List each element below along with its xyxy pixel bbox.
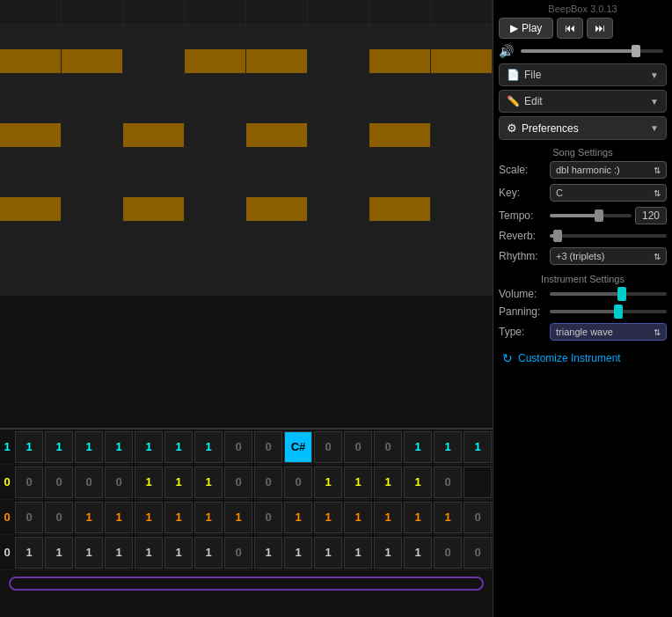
seq-cell[interactable]: 1 [284, 502, 312, 533]
track-cell[interactable] [185, 173, 246, 196]
track-cell[interactable] [431, 99, 493, 122]
track-cell[interactable] [0, 271, 62, 295]
track-cell[interactable] [308, 246, 369, 270]
seq-cell[interactable]: 0 [314, 431, 342, 463]
skip-forward-button[interactable]: ⏭ [587, 18, 613, 39]
track-cell[interactable] [246, 173, 308, 196]
track-cell[interactable] [308, 123, 369, 147]
track-cell[interactable] [431, 148, 493, 172]
seq-cell[interactable]: 1 [314, 537, 342, 569]
track-cell[interactable] [431, 0, 493, 24]
track-cell[interactable] [185, 99, 246, 122]
track-cell[interactable] [185, 74, 246, 98]
tempo-handle[interactable] [595, 209, 603, 222]
track-cell[interactable] [62, 246, 123, 270]
track-cell[interactable] [308, 0, 369, 24]
track-cell[interactable] [369, 246, 431, 270]
seq-cell[interactable]: 0 [224, 466, 252, 498]
seq-cell[interactable]: 1 [404, 537, 432, 569]
track-cell[interactable] [62, 173, 123, 196]
track-cell[interactable] [0, 148, 62, 172]
track-cell[interactable] [62, 197, 123, 221]
reverb-handle[interactable] [553, 230, 562, 242]
instrument-volume-handle[interactable] [617, 287, 626, 301]
track-cell[interactable] [369, 123, 431, 147]
track-cell[interactable] [369, 25, 431, 48]
track-cell[interactable] [308, 49, 369, 73]
track-cell[interactable] [431, 25, 493, 48]
track-cell[interactable] [123, 173, 185, 196]
seq-cell[interactable]: 1 [75, 502, 103, 533]
track-cell[interactable] [308, 148, 369, 172]
track-cell[interactable] [123, 148, 185, 172]
track-cell[interactable] [431, 246, 493, 270]
track-cell[interactable] [123, 271, 185, 295]
seq-cell[interactable]: 0 [105, 466, 133, 498]
seq-cell[interactable]: 0 [434, 537, 462, 569]
track-cell[interactable] [308, 173, 369, 196]
track-cell[interactable] [185, 271, 246, 295]
track-cell[interactable] [0, 197, 62, 221]
track-cell[interactable] [246, 148, 308, 172]
track-cell[interactable] [369, 49, 431, 73]
track-cell[interactable] [185, 49, 246, 73]
seq-cell[interactable]: 1 [75, 431, 103, 463]
track-cell[interactable] [0, 173, 62, 196]
seq-cell[interactable]: 1 [374, 502, 402, 533]
track-cell[interactable] [246, 25, 308, 48]
instrument-volume-slider[interactable] [550, 292, 667, 296]
track-cell[interactable] [369, 271, 431, 295]
track-cell[interactable] [62, 74, 123, 98]
track-cell[interactable] [369, 197, 431, 221]
seq-cell[interactable]: 1 [45, 431, 73, 463]
panning-handle[interactable] [614, 305, 623, 319]
track-cell[interactable] [0, 0, 62, 24]
seq-cell[interactable]: 1 [45, 537, 73, 569]
preferences-dropdown[interactable]: ⚙ Preferences ▼ [499, 116, 667, 140]
seq-cell[interactable]: 1 [194, 466, 223, 498]
play-button[interactable]: ▶ Play [499, 18, 553, 39]
file-dropdown[interactable]: 📄 File ▼ [499, 63, 667, 86]
track-cell[interactable] [246, 271, 308, 295]
seq-cell[interactable]: 0 [254, 466, 282, 498]
track-cell[interactable] [0, 74, 62, 98]
seq-cell[interactable]: 0 [224, 537, 252, 569]
reverb-slider[interactable] [550, 234, 667, 238]
track-cell[interactable] [0, 123, 62, 147]
track-cell[interactable] [185, 123, 246, 147]
track-cell[interactable] [123, 123, 185, 147]
seq-cell[interactable]: 0 [15, 466, 43, 498]
seq-cell[interactable]: 1 [15, 537, 43, 569]
seq-cell[interactable]: 1 [254, 537, 282, 569]
seq-cell[interactable]: 1 [314, 502, 342, 533]
track-cell[interactable] [369, 222, 431, 246]
seq-cell[interactable]: 1 [374, 466, 402, 498]
seq-cell[interactable]: 1 [194, 537, 223, 569]
track-cell[interactable] [185, 197, 246, 221]
scale-select[interactable]: dbl harmonic :) ⇅ [550, 161, 667, 179]
track-cell[interactable] [246, 99, 308, 122]
seq-cell[interactable]: 1 [75, 537, 103, 569]
track-cell[interactable] [123, 246, 185, 270]
track-cell[interactable] [431, 74, 493, 98]
tempo-slider[interactable] [550, 214, 632, 217]
seq-cell[interactable]: 0 [464, 502, 492, 533]
seq-cell[interactable]: 1 [434, 502, 462, 533]
track-cell[interactable] [369, 148, 431, 172]
seq-cell[interactable]: 1 [344, 537, 372, 569]
seq-cell[interactable]: 0 [254, 502, 282, 533]
seq-cell[interactable]: 0 [254, 431, 282, 463]
edit-dropdown[interactable]: ✏️ Edit ▼ [499, 90, 667, 113]
track-cell[interactable] [185, 148, 246, 172]
track-cell[interactable] [369, 173, 431, 196]
seq-cell[interactable]: 1 [194, 502, 223, 533]
seq-cell[interactable]: 1 [135, 502, 163, 533]
track-cell[interactable] [62, 222, 123, 246]
seq-cell[interactable]: 0 [45, 502, 73, 533]
track-cell[interactable] [0, 99, 62, 122]
customize-instrument-button[interactable]: ↻ Customize Instrument [499, 346, 667, 371]
track-cell[interactable] [246, 0, 308, 24]
rhythm-select[interactable]: +3 (triplets) ⇅ [550, 247, 667, 265]
track-cell[interactable] [62, 25, 123, 48]
seq-cell[interactable]: 1 [164, 431, 193, 463]
